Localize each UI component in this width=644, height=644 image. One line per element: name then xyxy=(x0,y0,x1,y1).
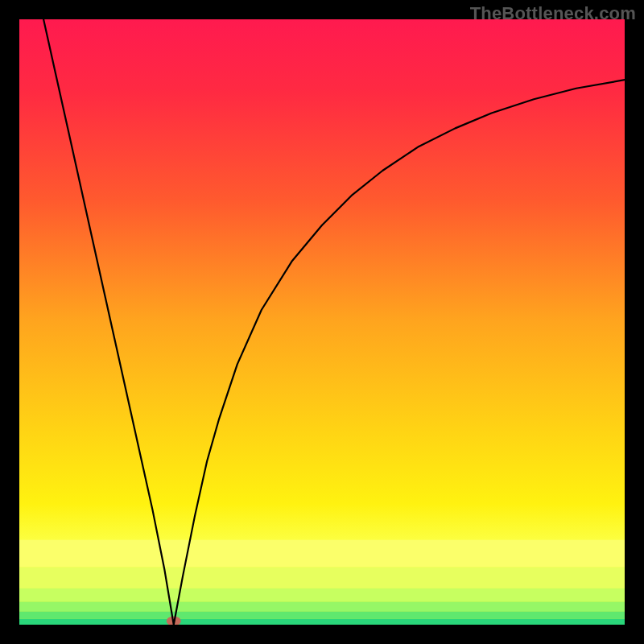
svg-rect-0 xyxy=(19,540,625,568)
chart-svg xyxy=(19,19,625,625)
svg-rect-3 xyxy=(19,601,625,611)
svg-rect-4 xyxy=(19,611,625,618)
chart-frame: TheBottleneck.com xyxy=(0,0,644,644)
chart-plot-area xyxy=(19,19,625,625)
svg-rect-5 xyxy=(19,618,625,625)
svg-rect-1 xyxy=(19,568,625,588)
bottom-bands xyxy=(19,540,625,625)
svg-rect-2 xyxy=(19,588,625,602)
